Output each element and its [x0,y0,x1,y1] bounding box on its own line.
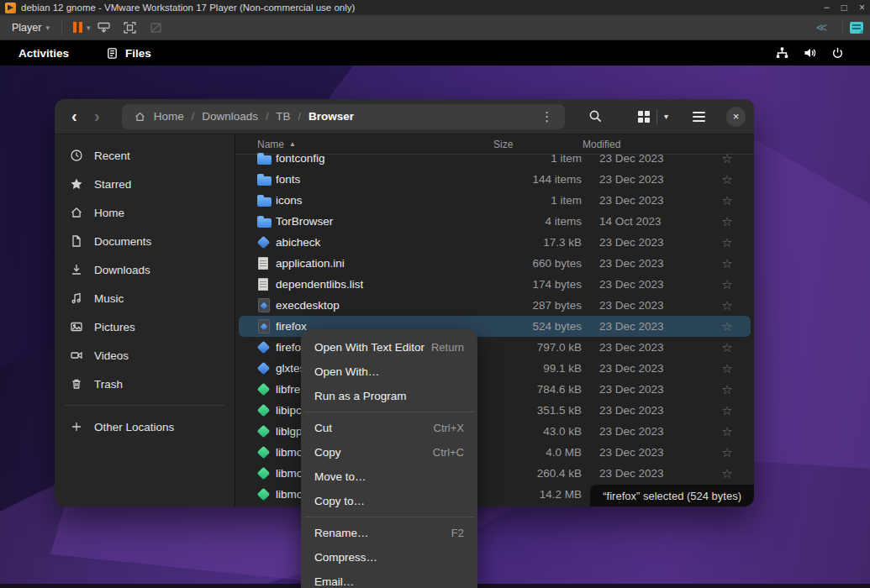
star-toggle[interactable]: ☆ [704,424,751,439]
star-toggle[interactable]: ☆ [704,214,751,229]
star-toggle[interactable]: ☆ [704,382,751,397]
file-type-icon [257,235,276,250]
breadcrumb-browser[interactable]: Browser [308,110,354,123]
file-size: 17.3 kB [510,236,582,249]
view-options-caret-icon[interactable]: ▾ [664,112,668,121]
star-toggle[interactable]: ☆ [704,445,751,460]
documents-icon [70,234,83,248]
star-toggle[interactable]: ☆ [704,193,751,208]
star-toggle[interactable]: ☆ [704,256,751,271]
star-toggle[interactable]: ☆ [704,340,751,355]
table-row[interactable]: application.ini 660 bytes 23 Dec 2023 ☆ [239,253,751,274]
context-menu-item[interactable]: Cut Ctrl+X [301,416,477,440]
window-close-button[interactable]: × [726,107,746,127]
breadcrumb-tb[interactable]: TB [276,110,290,123]
fullscreen-button[interactable] [123,21,137,34]
sidebar-item-music[interactable]: Music [60,284,229,312]
file-size: 99.1 kB [510,362,582,375]
sidebar-item-downloads[interactable]: Downloads [60,255,229,284]
sidebar-item-trash[interactable]: Trash [60,370,229,398]
vmware-toolbar: Player ▾ ▾ ≪ [0,15,870,40]
sidebar-item-pictures[interactable]: Pictures [60,312,229,341]
star-toggle[interactable]: ☆ [704,298,751,313]
table-row[interactable]: dependentlibs.list 174 bytes 23 Dec 2023… [239,274,751,295]
sidebar-item-other-locations[interactable]: Other Locations [60,412,229,441]
context-menu-item[interactable]: Open With Text Editor Return [301,335,477,360]
star-toggle[interactable]: ☆ [704,403,751,418]
file-type-icon [257,424,276,439]
back-button[interactable]: ‹ [63,105,86,129]
sidebar-item-starred[interactable]: Starred [60,170,229,198]
volume-icon[interactable] [803,46,817,60]
file-size: 287 bytes [510,299,582,312]
videos-icon [70,349,83,362]
view-toggle-button[interactable]: ▾ [638,109,668,124]
table-row[interactable]: fonts 144 items 23 Dec 2023 ☆ [239,169,751,190]
menu-item-shortcut: Return [431,341,464,354]
path-menu-kebab-icon[interactable]: ⋮ [534,109,560,124]
send-ctrl-alt-del-icon [97,21,111,34]
collapse-toolbar-icon[interactable]: ≪ [815,21,827,34]
activities-button[interactable]: Activities [13,47,74,60]
notes-icon[interactable] [850,22,863,34]
file-type-icon [257,277,276,292]
sidebar-item-home[interactable]: Home [60,198,229,227]
close-button[interactable]: × [859,0,865,15]
suspend-dropdown-caret[interactable]: ▾ [87,24,91,32]
network-icon[interactable] [775,46,789,60]
context-menu-item[interactable]: Copy Ctrl+C [301,440,477,465]
file-type-icon [257,487,276,502]
suspend-vm-button[interactable] [69,19,87,35]
table-row[interactable]: icons 1 item 23 Dec 2023 ☆ [239,190,751,211]
table-row[interactable]: abicheck 17.3 kB 23 Dec 2023 ☆ [239,232,751,253]
star-toggle[interactable]: ☆ [704,319,751,334]
sidebar-item-documents[interactable]: Documents [60,227,229,255]
menu-item-shortcut: F2 [451,527,464,539]
table-row[interactable]: execdesktop 287 bytes 23 Dec 2023 ☆ [239,295,751,316]
toolbar-divider [61,20,62,35]
context-menu-item[interactable]: Open With… [301,360,477,384]
star-toggle[interactable]: ☆ [704,172,751,187]
player-menu-button[interactable]: Player ▾ [7,19,55,36]
focused-app-menu[interactable]: Files [106,47,151,60]
star-toggle[interactable]: ☆ [704,361,751,376]
search-button[interactable] [583,104,608,129]
context-menu-item[interactable]: Email… [301,570,477,588]
context-menu-item[interactable] [301,513,477,521]
table-row[interactable]: fontconfig 1 item 23 Dec 2023 ☆ [239,148,751,169]
menu-item-shortcut: Ctrl+X [434,422,464,434]
breadcrumb-downloads[interactable]: Downloads [202,110,258,123]
file-size: 144 items [510,173,582,186]
context-menu-item[interactable]: Compress… [301,545,477,570]
file-modified: 14 Oct 2023 [582,215,704,228]
file-modified: 23 Dec 2023 [582,236,704,249]
minimize-button[interactable]: − [824,0,830,15]
context-menu-item[interactable] [301,408,477,416]
file-modified: 23 Dec 2023 [582,362,704,375]
breadcrumb-home[interactable]: Home [154,110,184,123]
sidebar-item-recent[interactable]: Recent [60,141,229,170]
file-name: execdesktop [276,299,510,312]
file-modified: 23 Dec 2023 [582,299,704,312]
music-icon [70,291,83,305]
hamburger-menu-button[interactable] [687,104,711,129]
send-ctrl-alt-del-button[interactable] [97,21,111,34]
star-toggle[interactable]: ☆ [704,466,751,481]
breadcrumb[interactable]: Home / Downloads / TB / Browser ⋮ [122,104,565,129]
power-icon[interactable] [830,46,845,60]
table-row[interactable]: TorBrowser 4 items 14 Oct 2023 ☆ [239,211,751,232]
context-menu-item[interactable]: Run as a Program [301,384,477,408]
file-name: dependentlibs.list [276,278,510,291]
menu-item-label: Copy to… [314,495,464,507]
context-menu-item[interactable]: Copy to… [301,489,477,513]
sidebar: Recent Starred Home Documents Downloads [55,134,235,507]
sidebar-item-videos[interactable]: Videos [60,341,229,370]
context-menu-item[interactable]: Rename… F2 [301,521,477,545]
star-toggle[interactable]: ☆ [704,235,751,250]
maximize-button[interactable]: □ [841,0,847,15]
file-name: icons [276,194,510,207]
star-toggle[interactable]: ☆ [704,277,751,292]
star-toggle[interactable]: ☆ [704,151,751,166]
context-menu-item[interactable]: Move to… [301,465,477,489]
file-type-icon [257,172,276,187]
